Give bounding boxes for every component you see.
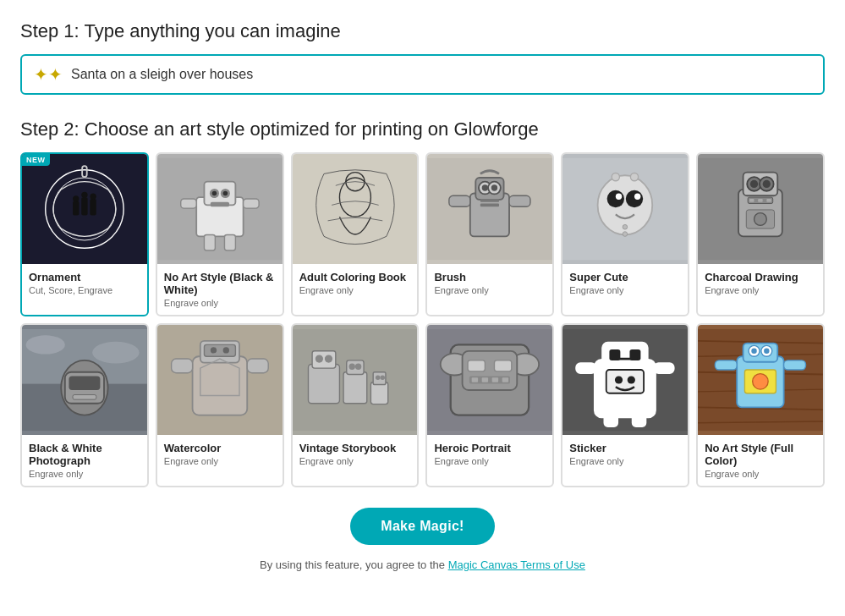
svg-point-42 (616, 194, 622, 200)
card-title-sticker: Sticker (569, 442, 681, 454)
card-image-watercolor (157, 325, 283, 435)
svg-point-8 (90, 194, 96, 200)
svg-point-41 (626, 190, 643, 207)
svg-rect-3 (73, 201, 79, 216)
card-image-heroic (427, 325, 552, 435)
svg-rect-34 (449, 195, 470, 206)
card-subtitle-bw-photo: Engrave only (29, 469, 140, 479)
svg-rect-73 (171, 359, 192, 373)
svg-rect-97 (482, 377, 488, 382)
svg-rect-128 (784, 360, 806, 370)
svg-rect-55 (758, 199, 763, 202)
svg-point-40 (607, 190, 624, 207)
terms-link[interactable]: Magic Canvas Terms of Use (448, 558, 585, 571)
svg-point-106 (615, 376, 623, 383)
svg-rect-65 (69, 376, 100, 390)
svg-rect-108 (577, 364, 595, 373)
card-image-no-art-bw (157, 154, 283, 264)
svg-point-30 (482, 184, 488, 190)
svg-rect-21 (224, 234, 235, 250)
svg-rect-17 (211, 202, 229, 207)
card-subtitle-ornament: Cut, Score, Engrave (29, 285, 140, 295)
svg-rect-96 (472, 377, 478, 382)
art-style-card-full-color[interactable]: No Art Style (Full Color) Engrave only (696, 323, 825, 487)
svg-rect-109 (655, 364, 673, 373)
art-style-card-storybook[interactable]: Vintage Storybook Engrave only (291, 323, 420, 487)
card-image-brush (427, 154, 552, 264)
svg-rect-4 (81, 197, 87, 215)
svg-point-61 (26, 335, 65, 354)
svg-rect-66 (73, 395, 96, 400)
step1-title: Step 1: Type anything you can imagine (20, 20, 825, 42)
card-image-sticker (562, 325, 688, 435)
card-subtitle-charcoal: Engrave only (705, 285, 816, 295)
card-title-brush: Brush (434, 271, 546, 283)
card-title-bw-photo: Black & White Photograph (29, 442, 140, 467)
art-style-card-adult-coloring[interactable]: Adult Coloring Book Engrave only (291, 152, 420, 316)
art-style-card-sticker[interactable]: Sticker Engrave only (561, 323, 689, 487)
art-style-card-no-art-bw[interactable]: No Art Style (Black & White) Engrave onl… (156, 152, 284, 316)
svg-point-79 (325, 355, 332, 362)
svg-rect-111 (633, 415, 645, 426)
card-image-charcoal (698, 154, 823, 264)
svg-point-82 (348, 364, 354, 370)
svg-rect-74 (247, 359, 268, 373)
card-subtitle-storybook: Engrave only (299, 456, 411, 466)
art-style-card-heroic[interactable]: Heroic Portrait Engrave only (425, 323, 554, 487)
svg-point-83 (355, 364, 361, 370)
svg-rect-80 (343, 372, 367, 404)
art-style-card-charcoal[interactable]: Charcoal Drawing Engrave only (696, 152, 825, 316)
svg-point-6 (73, 195, 79, 201)
card-image-super-cute (562, 154, 688, 264)
svg-point-52 (763, 180, 771, 188)
art-style-card-super-cute[interactable]: Super Cute Engrave only (561, 152, 689, 316)
svg-rect-94 (495, 360, 512, 371)
svg-point-78 (315, 355, 322, 362)
svg-rect-54 (749, 199, 754, 202)
svg-rect-20 (204, 234, 215, 250)
svg-point-31 (491, 184, 497, 190)
svg-point-62 (92, 342, 139, 364)
svg-point-107 (628, 376, 635, 383)
svg-rect-99 (502, 377, 508, 382)
svg-rect-12 (204, 182, 235, 206)
prompt-input-wrapper: ✦✦ (20, 54, 825, 95)
card-image-ornament (22, 154, 147, 264)
svg-rect-84 (370, 382, 387, 404)
svg-point-7 (81, 192, 87, 198)
art-style-card-ornament[interactable]: NEW Ornament Cut, Sco (20, 152, 149, 316)
svg-point-124 (764, 349, 769, 354)
svg-point-38 (612, 173, 620, 180)
card-subtitle-adult-coloring: Engrave only (299, 285, 411, 295)
svg-rect-32 (480, 199, 499, 202)
art-style-card-watercolor[interactable]: Watercolor Engrave only (156, 323, 284, 487)
prompt-input[interactable] (71, 67, 811, 82)
card-image-bw-photo (22, 325, 147, 435)
card-subtitle-full-color: Engrave only (705, 469, 816, 479)
svg-point-45 (623, 232, 628, 237)
art-style-grid: NEW Ornament Cut, Sco (20, 152, 825, 487)
card-title-storybook: Vintage Storybook (299, 442, 411, 454)
art-style-card-bw-photo[interactable]: Black & White Photograph Engrave only (20, 323, 149, 487)
svg-rect-127 (715, 360, 737, 370)
sparkle-icon: ✦✦ (34, 64, 63, 85)
svg-point-71 (211, 347, 217, 353)
svg-point-126 (753, 374, 768, 389)
svg-point-16 (222, 191, 228, 196)
svg-rect-35 (510, 195, 531, 206)
svg-rect-110 (605, 415, 617, 426)
svg-rect-33 (480, 204, 499, 207)
step2-title: Step 2: Choose an art style optimized fo… (20, 118, 825, 140)
svg-point-15 (212, 191, 217, 196)
svg-rect-18 (181, 199, 196, 208)
new-badge: NEW (22, 154, 50, 166)
svg-point-44 (623, 224, 628, 229)
card-subtitle-watercolor: Engrave only (164, 456, 276, 466)
svg-point-51 (750, 180, 758, 188)
svg-point-87 (380, 375, 385, 380)
make-magic-button[interactable]: Make Magic! (350, 508, 494, 545)
art-style-card-brush[interactable]: Brush Engrave only (425, 152, 554, 316)
card-title-no-art-bw: No Art Style (Black & White) (164, 271, 276, 296)
card-image-storybook (293, 325, 418, 435)
svg-point-39 (631, 173, 639, 180)
